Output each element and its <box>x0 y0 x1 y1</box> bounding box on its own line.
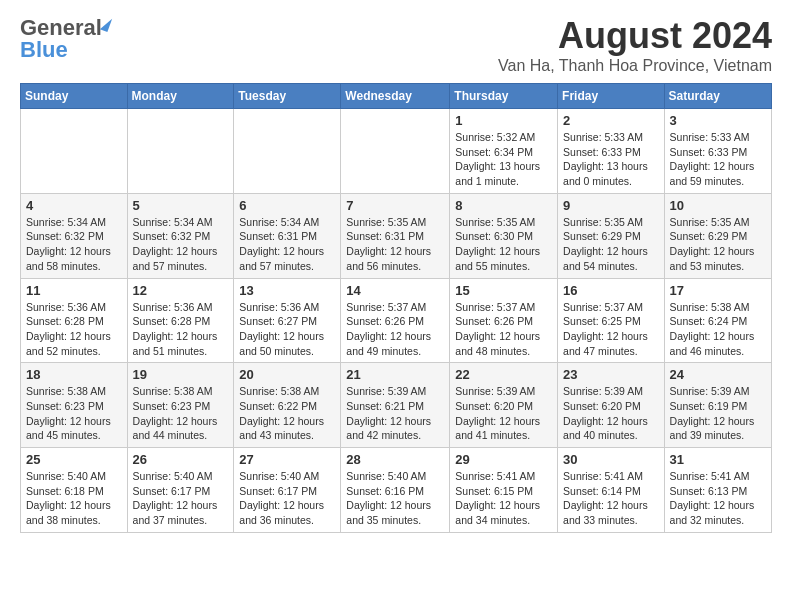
calendar-week-4: 18Sunrise: 5:38 AM Sunset: 6:23 PM Dayli… <box>21 363 772 448</box>
calendar-header-monday: Monday <box>127 84 234 109</box>
calendar-cell: 29Sunrise: 5:41 AM Sunset: 6:15 PM Dayli… <box>450 448 558 533</box>
calendar-cell: 30Sunrise: 5:41 AM Sunset: 6:14 PM Dayli… <box>558 448 665 533</box>
day-info: Sunrise: 5:34 AM Sunset: 6:32 PM Dayligh… <box>26 215 122 274</box>
day-info: Sunrise: 5:39 AM Sunset: 6:20 PM Dayligh… <box>563 384 659 443</box>
calendar-cell: 15Sunrise: 5:37 AM Sunset: 6:26 PM Dayli… <box>450 278 558 363</box>
calendar-header-friday: Friday <box>558 84 665 109</box>
day-info: Sunrise: 5:39 AM Sunset: 6:19 PM Dayligh… <box>670 384 766 443</box>
day-number: 22 <box>455 367 552 382</box>
day-number: 21 <box>346 367 444 382</box>
day-number: 30 <box>563 452 659 467</box>
day-number: 13 <box>239 283 335 298</box>
calendar-cell: 16Sunrise: 5:37 AM Sunset: 6:25 PM Dayli… <box>558 278 665 363</box>
day-info: Sunrise: 5:35 AM Sunset: 6:31 PM Dayligh… <box>346 215 444 274</box>
calendar-cell: 12Sunrise: 5:36 AM Sunset: 6:28 PM Dayli… <box>127 278 234 363</box>
location-subtitle: Van Ha, Thanh Hoa Province, Vietnam <box>498 57 772 75</box>
calendar-cell: 23Sunrise: 5:39 AM Sunset: 6:20 PM Dayli… <box>558 363 665 448</box>
day-number: 25 <box>26 452 122 467</box>
day-info: Sunrise: 5:38 AM Sunset: 6:22 PM Dayligh… <box>239 384 335 443</box>
day-info: Sunrise: 5:38 AM Sunset: 6:23 PM Dayligh… <box>26 384 122 443</box>
day-number: 16 <box>563 283 659 298</box>
day-number: 17 <box>670 283 766 298</box>
day-number: 2 <box>563 113 659 128</box>
day-info: Sunrise: 5:41 AM Sunset: 6:14 PM Dayligh… <box>563 469 659 528</box>
day-info: Sunrise: 5:39 AM Sunset: 6:20 PM Dayligh… <box>455 384 552 443</box>
day-number: 10 <box>670 198 766 213</box>
calendar-week-5: 25Sunrise: 5:40 AM Sunset: 6:18 PM Dayli… <box>21 448 772 533</box>
calendar-cell: 2Sunrise: 5:33 AM Sunset: 6:33 PM Daylig… <box>558 109 665 194</box>
calendar-cell: 4Sunrise: 5:34 AM Sunset: 6:32 PM Daylig… <box>21 193 128 278</box>
calendar-cell: 18Sunrise: 5:38 AM Sunset: 6:23 PM Dayli… <box>21 363 128 448</box>
day-number: 3 <box>670 113 766 128</box>
calendar-header-saturday: Saturday <box>664 84 771 109</box>
calendar-cell: 31Sunrise: 5:41 AM Sunset: 6:13 PM Dayli… <box>664 448 771 533</box>
calendar-cell: 8Sunrise: 5:35 AM Sunset: 6:30 PM Daylig… <box>450 193 558 278</box>
day-number: 27 <box>239 452 335 467</box>
calendar-header-wednesday: Wednesday <box>341 84 450 109</box>
calendar-cell: 27Sunrise: 5:40 AM Sunset: 6:17 PM Dayli… <box>234 448 341 533</box>
day-number: 12 <box>133 283 229 298</box>
calendar-cell: 10Sunrise: 5:35 AM Sunset: 6:29 PM Dayli… <box>664 193 771 278</box>
day-info: Sunrise: 5:40 AM Sunset: 6:17 PM Dayligh… <box>133 469 229 528</box>
day-info: Sunrise: 5:36 AM Sunset: 6:27 PM Dayligh… <box>239 300 335 359</box>
day-info: Sunrise: 5:40 AM Sunset: 6:16 PM Dayligh… <box>346 469 444 528</box>
day-info: Sunrise: 5:41 AM Sunset: 6:13 PM Dayligh… <box>670 469 766 528</box>
calendar-cell: 6Sunrise: 5:34 AM Sunset: 6:31 PM Daylig… <box>234 193 341 278</box>
calendar-cell: 19Sunrise: 5:38 AM Sunset: 6:23 PM Dayli… <box>127 363 234 448</box>
day-number: 9 <box>563 198 659 213</box>
day-number: 24 <box>670 367 766 382</box>
calendar-cell: 9Sunrise: 5:35 AM Sunset: 6:29 PM Daylig… <box>558 193 665 278</box>
calendar-cell: 11Sunrise: 5:36 AM Sunset: 6:28 PM Dayli… <box>21 278 128 363</box>
day-number: 19 <box>133 367 229 382</box>
day-info: Sunrise: 5:34 AM Sunset: 6:32 PM Dayligh… <box>133 215 229 274</box>
day-number: 5 <box>133 198 229 213</box>
day-number: 23 <box>563 367 659 382</box>
calendar-cell: 13Sunrise: 5:36 AM Sunset: 6:27 PM Dayli… <box>234 278 341 363</box>
day-info: Sunrise: 5:35 AM Sunset: 6:30 PM Dayligh… <box>455 215 552 274</box>
day-number: 8 <box>455 198 552 213</box>
day-number: 15 <box>455 283 552 298</box>
calendar-cell: 7Sunrise: 5:35 AM Sunset: 6:31 PM Daylig… <box>341 193 450 278</box>
day-number: 29 <box>455 452 552 467</box>
calendar-cell: 24Sunrise: 5:39 AM Sunset: 6:19 PM Dayli… <box>664 363 771 448</box>
day-number: 28 <box>346 452 444 467</box>
calendar-cell: 26Sunrise: 5:40 AM Sunset: 6:17 PM Dayli… <box>127 448 234 533</box>
calendar-cell <box>341 109 450 194</box>
title-block: August 2024 Van Ha, Thanh Hoa Province, … <box>498 15 772 75</box>
calendar-cell: 21Sunrise: 5:39 AM Sunset: 6:21 PM Dayli… <box>341 363 450 448</box>
day-info: Sunrise: 5:36 AM Sunset: 6:28 PM Dayligh… <box>26 300 122 359</box>
day-number: 11 <box>26 283 122 298</box>
day-number: 20 <box>239 367 335 382</box>
calendar-cell: 1Sunrise: 5:32 AM Sunset: 6:34 PM Daylig… <box>450 109 558 194</box>
calendar-cell <box>21 109 128 194</box>
day-info: Sunrise: 5:35 AM Sunset: 6:29 PM Dayligh… <box>563 215 659 274</box>
logo: General Blue <box>20 15 102 63</box>
day-number: 18 <box>26 367 122 382</box>
day-info: Sunrise: 5:33 AM Sunset: 6:33 PM Dayligh… <box>670 130 766 189</box>
calendar-cell: 3Sunrise: 5:33 AM Sunset: 6:33 PM Daylig… <box>664 109 771 194</box>
calendar-week-2: 4Sunrise: 5:34 AM Sunset: 6:32 PM Daylig… <box>21 193 772 278</box>
day-info: Sunrise: 5:40 AM Sunset: 6:17 PM Dayligh… <box>239 469 335 528</box>
day-info: Sunrise: 5:34 AM Sunset: 6:31 PM Dayligh… <box>239 215 335 274</box>
calendar-table: SundayMondayTuesdayWednesdayThursdayFrid… <box>20 83 772 533</box>
calendar-cell: 5Sunrise: 5:34 AM Sunset: 6:32 PM Daylig… <box>127 193 234 278</box>
calendar-cell: 14Sunrise: 5:37 AM Sunset: 6:26 PM Dayli… <box>341 278 450 363</box>
calendar-header-row: SundayMondayTuesdayWednesdayThursdayFrid… <box>21 84 772 109</box>
logo-general: General <box>20 15 102 40</box>
day-info: Sunrise: 5:33 AM Sunset: 6:33 PM Dayligh… <box>563 130 659 189</box>
day-number: 6 <box>239 198 335 213</box>
day-info: Sunrise: 5:37 AM Sunset: 6:25 PM Dayligh… <box>563 300 659 359</box>
day-info: Sunrise: 5:36 AM Sunset: 6:28 PM Dayligh… <box>133 300 229 359</box>
day-info: Sunrise: 5:40 AM Sunset: 6:18 PM Dayligh… <box>26 469 122 528</box>
month-year-title: August 2024 <box>498 15 772 57</box>
calendar-cell: 22Sunrise: 5:39 AM Sunset: 6:20 PM Dayli… <box>450 363 558 448</box>
day-info: Sunrise: 5:39 AM Sunset: 6:21 PM Dayligh… <box>346 384 444 443</box>
calendar-cell <box>234 109 341 194</box>
day-number: 7 <box>346 198 444 213</box>
page-header: General Blue August 2024 Van Ha, Thanh H… <box>20 15 772 75</box>
day-number: 14 <box>346 283 444 298</box>
day-info: Sunrise: 5:37 AM Sunset: 6:26 PM Dayligh… <box>346 300 444 359</box>
day-info: Sunrise: 5:41 AM Sunset: 6:15 PM Dayligh… <box>455 469 552 528</box>
day-info: Sunrise: 5:35 AM Sunset: 6:29 PM Dayligh… <box>670 215 766 274</box>
day-number: 31 <box>670 452 766 467</box>
